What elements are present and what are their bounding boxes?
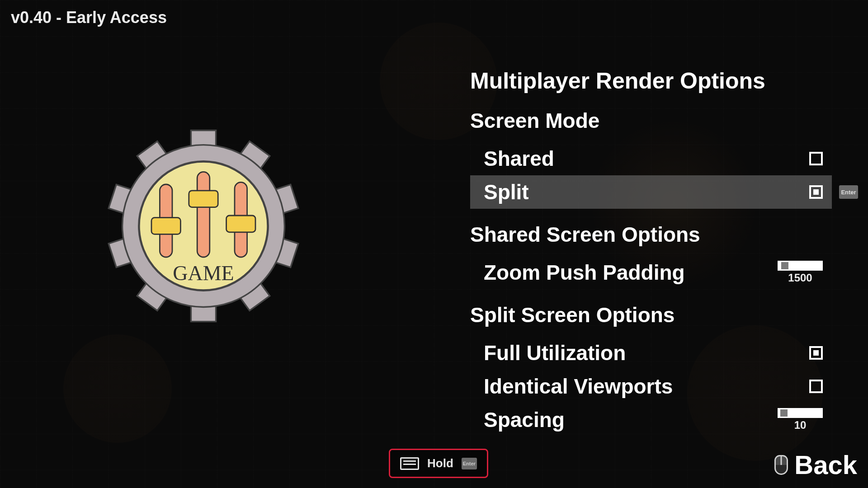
keyboard-icon xyxy=(400,457,419,470)
option-row-shared[interactable]: Shared xyxy=(470,142,832,175)
bg-table-deco xyxy=(63,334,172,443)
option-label: Full Utilization xyxy=(484,341,626,365)
version-label: v0.40 - Early Access xyxy=(11,8,167,27)
option-row-split[interactable]: Split xyxy=(470,175,832,209)
svg-rect-7 xyxy=(226,216,255,232)
checkbox-icon[interactable] xyxy=(809,346,823,360)
radio-icon[interactable] xyxy=(809,152,823,165)
slider-value: 10 xyxy=(794,419,807,432)
hold-label: Hold xyxy=(427,456,453,470)
option-row-identical-viewports[interactable]: Identical Viewports xyxy=(470,370,832,403)
option-row-spacing[interactable]: Spacing 10 xyxy=(470,403,832,436)
radio-icon[interactable] xyxy=(809,185,823,199)
svg-rect-3 xyxy=(151,218,180,235)
hold-hint: Hold Enter xyxy=(389,449,488,478)
option-label: Spacing xyxy=(484,408,565,432)
section-heading-shared-screen: Shared Screen Options xyxy=(470,222,832,247)
gear-caption: GAME xyxy=(173,262,234,285)
checkbox-icon[interactable] xyxy=(809,380,823,393)
slider-control[interactable]: 1500 xyxy=(778,261,823,284)
option-label: Identical Viewports xyxy=(484,374,673,399)
enter-key-hint: Enter xyxy=(839,185,858,199)
option-label: Split xyxy=(484,180,529,204)
option-label: Zoom Push Padding xyxy=(484,260,685,285)
section-heading-screen-mode: Screen Mode xyxy=(470,108,832,133)
option-label: Shared xyxy=(484,146,554,171)
svg-rect-5 xyxy=(189,191,218,207)
back-label: Back xyxy=(794,450,857,480)
option-row-zoom-push-padding[interactable]: Zoom Push Padding 1500 xyxy=(470,256,832,289)
svg-rect-4 xyxy=(197,172,210,257)
slider-control[interactable]: 10 xyxy=(778,408,823,432)
panel-title: Multiplayer Render Options xyxy=(470,68,832,94)
mouse-icon xyxy=(774,455,788,475)
options-panel: Multiplayer Render Options Screen Mode S… xyxy=(470,68,832,436)
back-button[interactable]: Back xyxy=(774,450,857,480)
slider-value: 1500 xyxy=(788,272,812,284)
enter-key-icon: Enter xyxy=(462,458,477,469)
option-row-full-utilization[interactable]: Full Utilization xyxy=(470,336,832,370)
game-settings-gear-icon: GAME xyxy=(99,122,307,330)
section-heading-split-screen: Split Screen Options xyxy=(470,303,832,327)
